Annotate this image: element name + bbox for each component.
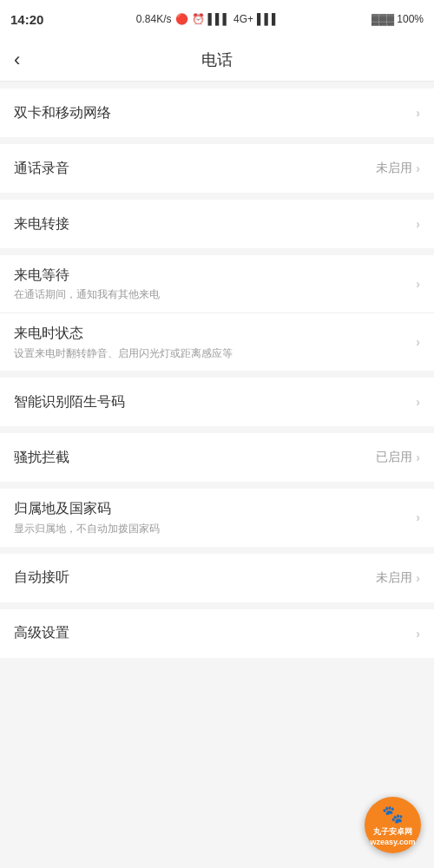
status-right: ▓▓▓ 100% <box>372 13 424 25</box>
settings-group-group5: 智能识别陌生号码› <box>0 378 434 426</box>
settings-group-group6: 骚扰拦截已启用› <box>0 433 434 482</box>
item-right-dual-sim: › <box>416 106 420 120</box>
settings-item-dual-sim[interactable]: 双卡和移动网络› <box>0 89 434 137</box>
item-status-auto-answer: 未启用 <box>376 570 412 586</box>
battery-level: 100% <box>397 13 424 25</box>
item-right-call-forwarding: › <box>416 217 420 231</box>
item-title-harassment-block: 骚扰拦截 <box>14 448 376 467</box>
settings-group-group8: 自动接听未启用› <box>0 554 434 602</box>
item-right-call-status: › <box>416 335 420 349</box>
bluetooth-icon: 🔴 <box>175 13 188 25</box>
item-left-call-waiting: 来电等待在通话期间，通知我有其他来电 <box>14 255 416 312</box>
watermark-emoji: 🐾 <box>382 803 404 825</box>
settings-item-smart-identify[interactable]: 智能识别陌生号码› <box>0 378 434 426</box>
item-title-location-country: 归属地及国家码 <box>14 499 416 518</box>
item-status-call-recording: 未启用 <box>376 161 412 176</box>
item-left-advanced-settings: 高级设置 <box>14 613 416 653</box>
nav-bar: ‹ 电话 <box>0 38 434 82</box>
status-center: 0.84K/s 🔴 ⏰ ▌▌▌ 4G+ ▌▌▌ <box>136 13 279 25</box>
settings-item-auto-answer[interactable]: 自动接听未启用› <box>0 554 434 602</box>
item-title-dual-sim: 双卡和移动网络 <box>14 103 416 122</box>
chevron-icon-call-waiting: › <box>416 277 420 291</box>
watermark-line2: wzeasy.com <box>371 838 416 848</box>
back-button[interactable]: ‹ <box>14 49 20 71</box>
settings-item-call-waiting[interactable]: 来电等待在通话期间，通知我有其他来电› <box>0 255 434 313</box>
network-bars-icon: ▌▌▌ <box>208 13 231 25</box>
item-title-smart-identify: 智能识别陌生号码 <box>14 392 416 411</box>
settings-item-location-country[interactable]: 归属地及国家码显示归属地，不自动加拨国家码› <box>0 489 434 546</box>
item-subtitle-call-status: 设置来电时翻转静音、启用闪光灯或距离感应等 <box>14 346 416 361</box>
alarm-icon: ⏰ <box>192 13 205 25</box>
item-right-call-recording: 未启用› <box>376 161 420 176</box>
item-left-smart-identify: 智能识别陌生号码 <box>14 382 416 422</box>
item-right-smart-identify: › <box>416 395 420 409</box>
signal-bars-icon: ▌▌▌ <box>257 13 279 25</box>
settings-group-group3: 来电转接› <box>0 200 434 248</box>
chevron-icon-advanced-settings: › <box>416 627 420 641</box>
chevron-icon-call-status: › <box>416 335 420 349</box>
chevron-icon-auto-answer: › <box>416 571 420 585</box>
settings-item-harassment-block[interactable]: 骚扰拦截已启用› <box>0 433 434 482</box>
item-left-call-status: 来电时状态设置来电时翻转静音、启用闪光灯或距离感应等 <box>14 313 416 371</box>
item-subtitle-location-country: 显示归属地，不自动加拨国家码 <box>14 522 416 536</box>
item-left-location-country: 归属地及国家码显示归属地，不自动加拨国家码 <box>14 489 416 546</box>
settings-item-call-status[interactable]: 来电时状态设置来电时翻转静音、启用闪光灯或距离感应等› <box>0 313 434 371</box>
settings-item-advanced-settings[interactable]: 高级设置› <box>0 609 434 658</box>
settings-group-group9: 高级设置› <box>0 609 434 658</box>
settings-item-call-recording[interactable]: 通话录音未启用› <box>0 144 434 193</box>
settings-item-call-forwarding[interactable]: 来电转接› <box>0 200 434 248</box>
item-left-call-recording: 通话录音 <box>14 148 376 188</box>
item-right-harassment-block: 已启用› <box>376 450 420 465</box>
watermark-line1: 丸子安卓网 <box>373 827 412 838</box>
watermark-circle: 🐾 丸子安卓网 wzeasy.com <box>365 797 421 853</box>
settings-group-group2: 通话录音未启用› <box>0 144 434 193</box>
battery-icon: ▓▓▓ <box>372 13 394 25</box>
item-title-auto-answer: 自动接听 <box>14 568 376 587</box>
status-time: 14:20 <box>10 12 43 27</box>
settings-group-group7: 归属地及国家码显示归属地，不自动加拨国家码› <box>0 489 434 546</box>
item-status-harassment-block: 已启用 <box>376 450 412 465</box>
page-title: 电话 <box>201 49 233 70</box>
status-bar: 14:20 0.84K/s 🔴 ⏰ ▌▌▌ 4G+ ▌▌▌ ▓▓▓ 100% <box>0 0 434 38</box>
item-right-location-country: › <box>416 510 420 524</box>
settings-content: 双卡和移动网络›通话录音未启用›来电转接›来电等待在通话期间，通知我有其他来电›… <box>0 82 434 672</box>
chevron-icon-smart-identify: › <box>416 395 420 409</box>
item-title-call-status: 来电时状态 <box>14 324 416 343</box>
settings-group-group4: 来电等待在通话期间，通知我有其他来电›来电时状态设置来电时翻转静音、启用闪光灯或… <box>0 255 434 371</box>
chevron-icon-dual-sim: › <box>416 106 420 120</box>
status-signal: 0.84K/s <box>136 13 172 25</box>
settings-group-group1: 双卡和移动网络› <box>0 89 434 137</box>
item-title-call-forwarding: 来电转接 <box>14 214 416 233</box>
item-right-advanced-settings: › <box>416 627 420 641</box>
chevron-icon-call-recording: › <box>416 161 420 175</box>
item-right-auto-answer: 未启用› <box>376 570 420 586</box>
item-left-call-forwarding: 来电转接 <box>14 204 416 244</box>
item-title-call-waiting: 来电等待 <box>14 266 416 285</box>
watermark: 🐾 丸子安卓网 wzeasy.com <box>365 797 425 858</box>
chevron-icon-harassment-block: › <box>416 450 420 464</box>
network-type: 4G+ <box>233 13 253 25</box>
item-left-auto-answer: 自动接听 <box>14 557 376 597</box>
item-title-advanced-settings: 高级设置 <box>14 623 416 642</box>
item-subtitle-call-waiting: 在通话期间，通知我有其他来电 <box>14 287 416 302</box>
item-right-call-waiting: › <box>416 277 420 291</box>
chevron-icon-call-forwarding: › <box>416 217 420 231</box>
item-left-harassment-block: 骚扰拦截 <box>14 437 376 477</box>
chevron-icon-location-country: › <box>416 510 420 524</box>
item-left-dual-sim: 双卡和移动网络 <box>14 93 416 133</box>
item-title-call-recording: 通话录音 <box>14 159 376 178</box>
